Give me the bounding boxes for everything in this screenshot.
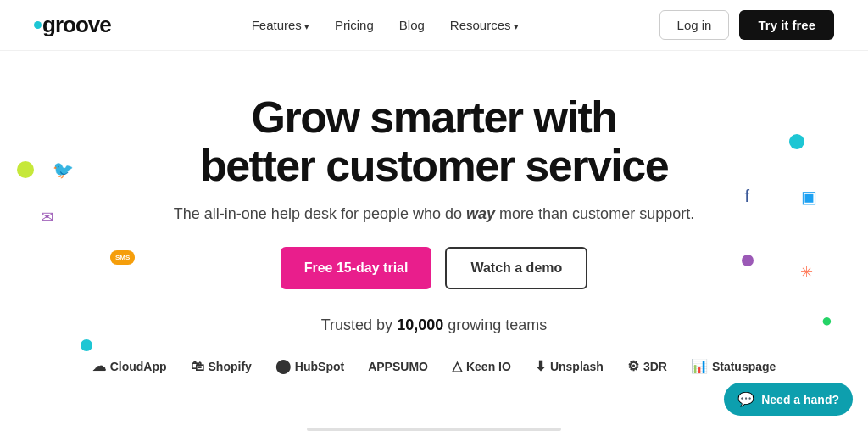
trust-count: 10,000: [397, 316, 443, 333]
nav-features[interactable]: Features: [252, 18, 309, 32]
shopify-label: Shopify: [209, 360, 252, 373]
list-item: ☁CloudApp: [92, 358, 167, 374]
list-item: 📊Statuspage: [691, 358, 776, 374]
nav-resources[interactable]: Resources: [450, 18, 519, 32]
hero-section: 🐦 ✉ SMS f ▣ ✳ ● Grow smarter with better…: [0, 51, 868, 391]
subtext-prefix: The all-in-one help desk for people who …: [174, 205, 466, 222]
hubspot-icon: ✳: [800, 263, 813, 282]
nav-actions: Log in Try it free: [659, 10, 834, 40]
hubspot-logo-icon: ⬤: [275, 358, 291, 374]
free-trial-button[interactable]: Free 15-day trial: [281, 247, 432, 289]
shopify-icon: 🛍: [191, 359, 204, 374]
twitter-icon: 🐦: [53, 160, 74, 180]
facebook-icon: f: [744, 187, 749, 206]
keen-icon: △: [452, 358, 462, 374]
list-item: ⬤HubSpot: [275, 358, 344, 374]
hubspot-label: HubSpot: [295, 360, 344, 373]
list-item: APPSUMO: [368, 360, 428, 373]
cloudapp-icon: ☁: [92, 358, 106, 374]
unsplash-icon: ⬇: [535, 358, 546, 374]
hero-subtext: The all-in-one help desk for people who …: [34, 205, 834, 223]
subtext-suffix: more than customer support.: [495, 205, 694, 222]
yellow-dot: [17, 161, 34, 178]
list-item: △Keen IO: [452, 358, 511, 374]
nav-links: Features Pricing Blog Resources: [252, 18, 519, 33]
trust-suffix: growing teams: [443, 316, 547, 333]
chat-widget-icon: 💬: [737, 391, 754, 407]
trust-logos: ☁CloudApp 🛍Shopify ⬤HubSpot APPSUMO △Kee…: [68, 358, 800, 374]
watch-demo-button[interactable]: Watch a demo: [445, 247, 587, 289]
trust-section: Trusted by 10,000 growing teams ☁CloudAp…: [34, 316, 834, 374]
statuspage-icon: 📊: [691, 358, 708, 374]
cloudapp-label: CloudApp: [110, 360, 167, 373]
3dr-icon: ⚙: [627, 358, 639, 374]
email-icon: ✉: [41, 208, 53, 227]
hero-buttons: Free 15-day trial Watch a demo: [34, 247, 834, 289]
try-free-button[interactable]: Try it free: [739, 10, 834, 40]
trust-prefix: Trusted by: [321, 316, 397, 333]
3dr-label: 3DR: [643, 360, 667, 373]
logo[interactable]: groove: [34, 12, 111, 38]
purple-dot: [742, 255, 754, 266]
scroll-indicator: [307, 428, 561, 431]
unsplash-label: Unsplash: [550, 360, 604, 373]
teal-dot-topright: [789, 134, 804, 149]
book-icon: ▣: [801, 187, 817, 207]
keen-label: Keen IO: [466, 360, 511, 373]
navbar: groove Features Pricing Blog Resources L…: [0, 0, 868, 51]
list-item: ⬇Unsplash: [535, 358, 604, 374]
sms-icon: SMS: [110, 250, 135, 265]
chat-widget[interactable]: 💬 Need a hand?: [724, 383, 853, 416]
login-button[interactable]: Log in: [659, 10, 730, 40]
hero-headline: Grow smarter with better customer servic…: [34, 93, 834, 190]
teal-dot-left: [81, 339, 92, 351]
chat-widget-label: Need a hand?: [761, 393, 839, 406]
trust-text: Trusted by 10,000 growing teams: [68, 316, 800, 334]
list-item: 🛍Shopify: [191, 359, 252, 374]
logo-text: groove: [42, 12, 111, 37]
whatsapp-icon: ●: [821, 310, 832, 332]
logo-dot: [34, 21, 42, 29]
headline-line1: Grow smarter with: [251, 92, 616, 142]
nav-pricing[interactable]: Pricing: [335, 18, 374, 32]
list-item: ⚙3DR: [627, 358, 667, 374]
nav-blog[interactable]: Blog: [399, 18, 425, 32]
headline-line2: better customer service: [200, 141, 668, 190]
subtext-italic: way: [466, 205, 495, 222]
appsumo-label: APPSUMO: [368, 360, 428, 373]
statuspage-label: Statuspage: [712, 360, 776, 373]
